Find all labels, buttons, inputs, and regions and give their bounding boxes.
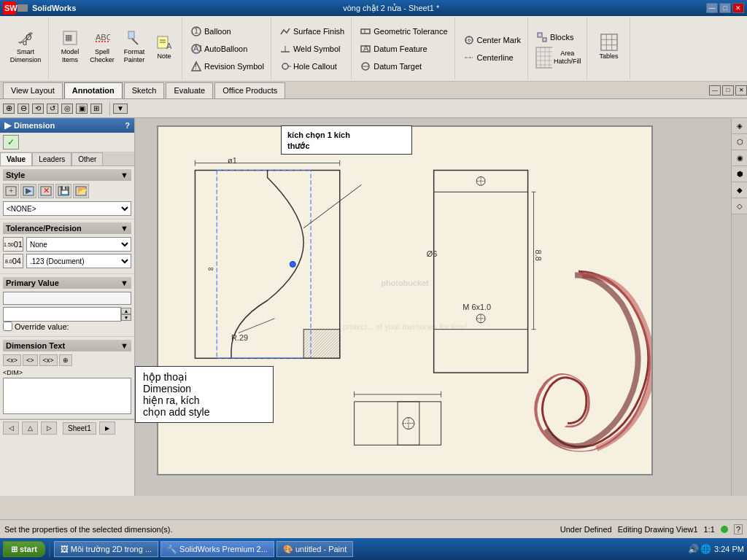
view-zoom-in-btn[interactable]: ⊕ (3, 104, 15, 114)
svg-point-26 (282, 63, 288, 69)
panel-tab-value[interactable]: Value (0, 152, 32, 166)
panel-collapse-icon[interactable]: ▶ (4, 120, 11, 131)
panel-tab-leaders[interactable]: Leaders (32, 152, 71, 166)
center-mark-btn[interactable]: Center Mark (460, 32, 525, 48)
primary-value-field[interactable]: 30.000mm (3, 307, 121, 322)
smart-dimension-btn[interactable]: d Ø Smart Dimension (7, 19, 44, 74)
start-button[interactable]: ⊞ start (3, 541, 45, 557)
svg-rect-28 (361, 29, 370, 34)
hole-callout-btn[interactable]: Hole Callout (276, 58, 348, 74)
right-icon-3[interactable]: ◉ (732, 150, 747, 166)
view-refresh-btn[interactable]: ↺ (47, 104, 58, 114)
content-close-btn[interactable]: ✕ (735, 85, 747, 96)
primary-value-section: Primary Value ▼ RD2@Drawing View1 30.000… (0, 274, 134, 337)
style-apply-btn[interactable]: ▶ (20, 184, 36, 198)
status-scale: 1:1 (704, 525, 715, 534)
dim-text-header[interactable]: Dimension Text ▼ (3, 340, 131, 351)
status-help-icon[interactable]: ? (734, 524, 743, 534)
autoballoon-btn[interactable]: A1 AutoBalloon (187, 41, 268, 57)
blocks-btn[interactable]: Blocks (533, 29, 584, 45)
sheet-tab[interactable]: Sheet1 (63, 422, 96, 435)
spell-checker-btn[interactable]: ABC Spell Checker (87, 19, 117, 74)
taskbar-app-2[interactable]: 🎨 untitled - Paint (276, 541, 353, 557)
style-dropdown[interactable]: <NONE> (3, 201, 131, 216)
close-btn[interactable]: ✕ (732, 3, 744, 13)
tables-btn[interactable]: Tables (593, 19, 625, 74)
centerline-btn[interactable]: Centerline (460, 50, 525, 66)
primary-value-header[interactable]: Primary Value ▼ (3, 277, 131, 289)
right-icon-6[interactable]: ◇ (732, 198, 747, 214)
view-options-btn[interactable]: ▼ (113, 104, 128, 114)
start-icon: ⊞ (11, 545, 18, 554)
tolerance-collapse-icon: ▼ (120, 224, 128, 233)
tab-view-layout[interactable]: View Layout (3, 82, 63, 98)
right-icon-1[interactable]: ◈ (732, 118, 747, 134)
svg-text:SW: SW (4, 4, 18, 12)
right-icon-5[interactable]: ◆ (732, 182, 747, 198)
nav-sheet-btn[interactable]: ▶ (99, 421, 115, 435)
nav-align-left-btn[interactable]: ◁ (3, 421, 19, 435)
panel-help-btn[interactable]: ? (125, 121, 130, 130)
dim-text-btn-1[interactable]: <> (23, 354, 38, 366)
note-btn[interactable]: A Note (151, 19, 177, 74)
style-save-btn[interactable]: 💾 (55, 184, 71, 198)
style-delete-btn[interactable]: ✕ (38, 184, 54, 198)
weld-symbol-btn[interactable]: Weld Symbol (276, 41, 348, 57)
taskbar-app-1[interactable]: 🔧 SolidWorks Premium 2... (160, 541, 274, 557)
content-minimize-btn[interactable]: — (709, 85, 721, 96)
dim-text-area[interactable] (3, 378, 131, 414)
style-add-btn[interactable]: + (3, 184, 19, 198)
datum-target-btn[interactable]: Datum Target (356, 58, 451, 74)
content-window-controls[interactable]: — □ ✕ (709, 85, 747, 96)
primary-ref-field[interactable]: RD2@Drawing View1 (3, 292, 131, 305)
primary-value-down-btn[interactable]: ▼ (121, 314, 131, 321)
tol-icon-2: 8.004 (3, 254, 23, 268)
minimize-btn[interactable]: — (706, 3, 718, 13)
primary-value-label: Primary Value (6, 279, 59, 287)
nav-align-center-btn[interactable]: △ (22, 421, 38, 435)
tab-sketch[interactable]: Sketch (124, 82, 165, 98)
surface-finish-btn[interactable]: Surface Finish (276, 23, 348, 39)
window-controls[interactable]: — □ ✕ (706, 3, 744, 13)
datum-feature-btn[interactable]: A Datum Feature (356, 41, 451, 57)
balloon-btn[interactable]: 1 Balloon (187, 23, 268, 39)
dim-text-btn-3[interactable]: ⊕ (59, 354, 72, 366)
style-load-btn[interactable]: 📂 (73, 184, 89, 198)
main-toolbar: d Ø Smart Dimension ▦ Model Items (0, 16, 747, 82)
view-fit-btn[interactable]: ⟲ (32, 104, 44, 114)
precision-dropdown[interactable]: .123 (Document) (26, 254, 131, 268)
override-checkbox[interactable] (3, 322, 12, 331)
svg-text:A: A (363, 44, 369, 52)
content-restore-btn[interactable]: □ (722, 85, 734, 96)
area-hatch-btn[interactable]: Area Hatch/Fill (533, 47, 584, 69)
maximize-btn[interactable]: □ (719, 3, 731, 13)
view-select-btn[interactable]: ▣ (76, 104, 88, 114)
dim-text-btn-2[interactable]: <x> (39, 354, 58, 366)
dim-text-btn-0[interactable]: <x> (3, 354, 21, 366)
tables-icon (600, 34, 618, 51)
model-items-label: Model Items (61, 48, 80, 64)
format-painter-btn[interactable]: Format Painter (119, 19, 150, 74)
tab-evaluate[interactable]: Evaluate (166, 82, 213, 98)
tolerance-type-dropdown[interactable]: None (26, 237, 131, 252)
view-pan-btn[interactable]: ◎ (61, 104, 73, 114)
smart-dimension-icon: d Ø (17, 29, 34, 47)
right-icon-2[interactable]: ⬡ (732, 134, 747, 150)
tolerance-section-header[interactable]: Tolerance/Precision ▼ (3, 222, 131, 234)
model-items-btn[interactable]: ▦ Model Items (55, 19, 85, 74)
accept-btn[interactable]: ✓ (3, 135, 19, 149)
primary-value-up-btn[interactable]: ▲ (121, 308, 131, 314)
tab-office-products[interactable]: Office Products (214, 82, 285, 98)
style-section-header[interactable]: Style ▼ (3, 169, 131, 181)
drawing-canvas[interactable]: photobucket protect... of your memories … (157, 125, 653, 475)
surface-finish-label: Surface Finish (293, 27, 344, 36)
tab-annotation[interactable]: Annotation (64, 82, 123, 98)
panel-tab-other[interactable]: Other (71, 152, 103, 166)
nav-align-right-btn[interactable]: ▷ (41, 421, 57, 435)
view-grid-btn[interactable]: ⊞ (90, 104, 102, 114)
revision-symbol-btn[interactable]: ! Revision Symbol (187, 58, 268, 74)
right-icon-4[interactable]: ⬢ (732, 166, 747, 182)
taskbar-app-0[interactable]: 🖼 Môi trường 2D trong ... (54, 541, 158, 557)
geo-tolerance-btn[interactable]: Geometric Tolerance (356, 23, 451, 39)
view-zoom-out-btn[interactable]: ⊖ (18, 104, 29, 114)
